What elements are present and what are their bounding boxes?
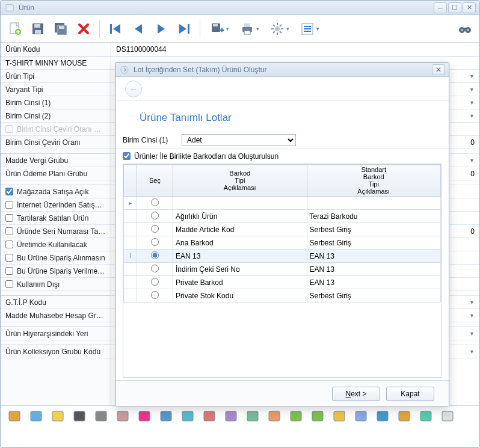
product-code-label: Ürün Kodu: [1, 43, 111, 56]
close-button[interactable]: ✕: [463, 2, 476, 13]
sheet-icon[interactable]: [440, 408, 455, 424]
settings-button[interactable]: [266, 19, 293, 38]
close-dialog-button[interactable]: Kapat: [386, 387, 434, 401]
outbox-icon[interactable]: [396, 408, 412, 424]
svg-rect-31: [161, 411, 171, 421]
lots-grid[interactable]: Seç Barkod Tipi Açıklaması Standart Bark…: [123, 164, 442, 378]
window-title: Ürün: [19, 4, 432, 12]
svg-rect-44: [442, 411, 453, 421]
search-button[interactable]: [455, 19, 475, 38]
next-button[interactable]: Next >: [332, 387, 380, 401]
row-c2-7: Serbest Giriş: [307, 289, 441, 302]
nav-next-button[interactable]: [152, 19, 171, 38]
grid-row-6[interactable]: Private BarkodEAN 13: [124, 276, 441, 289]
nav-prev-button[interactable]: [129, 19, 148, 38]
grid-row-1[interactable]: Ağırlıklı ÜrünTerazi Barkodu: [124, 210, 441, 223]
svg-rect-41: [377, 411, 388, 421]
product-code-value[interactable]: DS1100000044: [111, 43, 479, 56]
exchange-icon[interactable]: [202, 408, 217, 424]
checkbox-13[interactable]: [5, 227, 13, 235]
checkbox-11[interactable]: [5, 201, 13, 209]
note-icon[interactable]: [50, 408, 66, 424]
row-radio-1[interactable]: [151, 212, 159, 219]
field-15[interactable]: Bu Ürüne Sipariş Alınmasın: [1, 251, 111, 265]
back-button[interactable]: ←: [125, 81, 142, 97]
maximize-button[interactable]: ☐: [448, 2, 461, 13]
create-barcodes-check[interactable]: Ürünler İle Birlikte Barkodları da Oluşt…: [115, 148, 449, 164]
field-22: Ürün Hiyerarşisindeki Yeri: [1, 327, 111, 340]
field-11[interactable]: İnternet Üzerinden Satışa Açık: [1, 198, 111, 212]
card2-icon[interactable]: [353, 408, 369, 424]
product-name[interactable]: T-SHIRT MINNY MOUSE: [1, 57, 111, 70]
field-label-22: Ürün Hiyerarşisindeki Yeri: [5, 330, 88, 338]
checkbox-4[interactable]: [5, 125, 13, 133]
print-button[interactable]: [236, 19, 263, 38]
field-17[interactable]: Kullanım Dışı: [1, 278, 111, 291]
field-13[interactable]: Üründe Seri Numarası Takibi Y: [1, 225, 111, 238]
barcode-icon[interactable]: [72, 408, 87, 424]
grid2-icon[interactable]: [180, 408, 195, 424]
calendar-icon[interactable]: [137, 408, 152, 424]
nav-last-button[interactable]: [174, 19, 194, 38]
column-barkod[interactable]: Barkod Tipi Açıklaması: [173, 165, 307, 197]
view-button[interactable]: [297, 19, 323, 38]
folder-icon[interactable]: [28, 408, 44, 424]
dialog-close-button[interactable]: ✕: [432, 64, 445, 75]
column-std[interactable]: Standart Barkod Tipi Açıklaması: [307, 165, 441, 197]
field-4[interactable]: Birim Cinsi Çeviri Oranı Değişk: [1, 123, 111, 136]
grid-row-4[interactable]: IEAN 13EAN 13: [124, 250, 441, 263]
checkbox-10[interactable]: [5, 188, 13, 195]
grid-row-7[interactable]: Private Stok KoduSerbest Giriş: [124, 289, 441, 302]
mark-icon[interactable]: [266, 408, 282, 424]
clock-icon[interactable]: [418, 408, 434, 424]
stamp-icon[interactable]: [223, 408, 239, 424]
minimize-button[interactable]: ─: [434, 2, 447, 13]
tag-star-icon[interactable]: [7, 408, 22, 424]
row-radio-7[interactable]: [151, 291, 159, 299]
grid-row-3[interactable]: Ana BarkodSerbest Giriş: [124, 236, 441, 250]
field-10[interactable]: Mağazada Satışa Açık: [1, 185, 111, 198]
field-7: Madde Vergi Grubu: [1, 154, 111, 167]
checkbox-16[interactable]: [5, 267, 13, 275]
field-16[interactable]: Bu Ürüne Sipariş Verilmesin: [1, 265, 111, 278]
grid-icon[interactable]: [158, 408, 174, 424]
column-sec[interactable]: Seç: [137, 165, 173, 197]
checkbox-17[interactable]: [5, 280, 13, 288]
save-as-button[interactable]: [51, 19, 70, 38]
grid-row-2[interactable]: Madde Article KodSerbest Giriş: [124, 223, 441, 236]
create-barcodes-checkbox[interactable]: [123, 152, 131, 160]
new-button[interactable]: [5, 19, 25, 38]
row-radio-4[interactable]: [151, 251, 159, 259]
birim-select[interactable]: Adet: [182, 134, 296, 146]
chat-icon[interactable]: [288, 408, 304, 424]
row-radio-5[interactable]: [151, 265, 159, 272]
refresh-icon[interactable]: [375, 408, 390, 424]
svg-rect-27: [74, 411, 85, 421]
svg-rect-39: [334, 411, 345, 421]
svg-rect-25: [31, 411, 42, 421]
field-14[interactable]: Üretimde Kullanılacak: [1, 238, 111, 251]
lock-icon[interactable]: [115, 408, 131, 424]
checkbox-14[interactable]: [5, 241, 13, 248]
folder-icon[interactable]: [7, 426, 187, 448]
clipboard-icon[interactable]: [245, 408, 260, 424]
delete-button[interactable]: [74, 19, 93, 38]
chat2-icon[interactable]: [310, 408, 325, 424]
field-12[interactable]: Tartılarak Satılan Ürün: [1, 212, 111, 225]
row-c2-1: Terazi Barkodu: [307, 210, 441, 223]
section-title: Ürüne Tanımlı Lotlar: [115, 101, 449, 132]
nav-first-button[interactable]: [106, 19, 125, 38]
checkbox-12[interactable]: [5, 214, 13, 222]
row-radio-2[interactable]: [151, 225, 159, 233]
field-label-16: Bu Ürüne Sipariş Verilmesin: [17, 267, 106, 275]
gear-icon[interactable]: [93, 408, 109, 424]
grid-row-0[interactable]: ▸: [124, 197, 441, 210]
export-button[interactable]: [206, 19, 233, 38]
grid-row-5[interactable]: İndirim Çeki Seri NoEAN 13: [124, 263, 441, 276]
card-icon[interactable]: [331, 408, 347, 424]
row-radio-6[interactable]: [151, 278, 159, 286]
row-radio-3[interactable]: [151, 238, 159, 246]
row-radio-0[interactable]: [151, 198, 159, 206]
checkbox-15[interactable]: [5, 254, 13, 262]
save-button[interactable]: [28, 19, 48, 38]
